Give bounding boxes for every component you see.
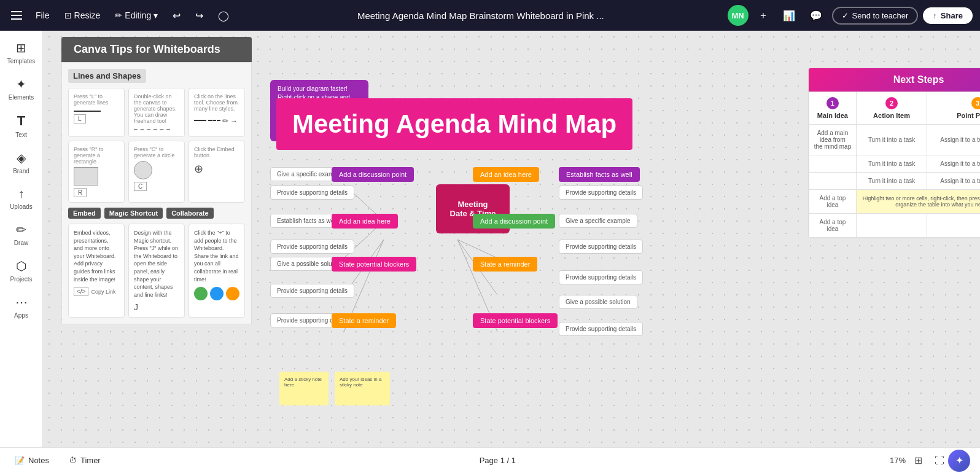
lines-shapes-label: Lines and Shapes — [68, 69, 146, 83]
resize-button[interactable]: ⊡ Resize — [60, 8, 106, 23]
fullscreen-button[interactable]: ⛶ — [931, 454, 948, 467]
bottom-left: 📝 Notes ⏱ Timer — [10, 453, 106, 467]
node-provide-details-3[interactable]: Provide supporting details — [270, 284, 354, 298]
node-add-idea-1[interactable]: Add an idea here — [332, 214, 398, 229]
projects-label: Projects — [10, 276, 32, 283]
comments-button[interactable]: 💬 — [805, 7, 827, 24]
table-row: Turn it into a task Assign it to a team … — [809, 155, 981, 173]
timer-button[interactable]: ⏱ Timer — [64, 453, 106, 467]
badge-1: 1 — [826, 97, 839, 109]
tip-card-5: Press "C" to generate a circle C — [128, 141, 185, 203]
sidebar-item-elements[interactable]: ✦ Elements — [2, 72, 41, 106]
grid-view-button[interactable]: ⊞ — [911, 453, 926, 467]
tips-grid-lines: Press "L" to generate lines L Double-cli… — [68, 88, 245, 203]
apps-icon: ⋯ — [15, 295, 28, 310]
badge-2: 2 — [885, 97, 898, 109]
templates-label: Templates — [7, 58, 36, 64]
bottom-right: 17% ⊞ ⛶ — [890, 453, 948, 467]
tips-content: Lines and Shapes Press "L" to generate l… — [61, 62, 252, 324]
node-give-example-right[interactable]: Give a specific example — [559, 214, 637, 228]
node-state-blockers-right-1[interactable]: State potential blockers — [473, 313, 558, 328]
text-icon: T — [17, 113, 25, 129]
sidebar-item-uploads[interactable]: ↑ Uploads — [2, 182, 41, 215]
node-provide-right-3[interactable]: Provide supporting details — [559, 270, 643, 284]
toolbar: File ⊡ Resize ✏ Editing ▾ ↩ ↪ ◯ Meeting … — [0, 0, 980, 31]
analytics-button[interactable]: 📊 — [778, 7, 800, 24]
sticky-note-2[interactable]: Add your ideas in a sticky note — [335, 372, 390, 405]
node-provide-right-2[interactable]: Provide supporting details — [559, 240, 643, 254]
notes-button[interactable]: 📝 Notes — [10, 453, 54, 467]
sidebar-item-draw[interactable]: ✏ Draw — [2, 217, 41, 251]
zoom-level: 17% — [890, 456, 906, 465]
collaborate-tag: Collaborate — [166, 208, 214, 219]
editing-button[interactable]: ✏ Editing ▾ — [110, 8, 163, 23]
share-icon: ↑ — [933, 11, 937, 20]
tip-magic: Design with the Magic shortcut. Press "J… — [128, 224, 185, 318]
next-steps-panel: Next Steps 1 Main Idea 2 Action Item — [808, 68, 980, 238]
toolbar-center: Meeting Agenda Mind Map Brainstorm White… — [239, 10, 722, 21]
check-icon: ✓ — [842, 11, 849, 20]
toolbar-right: MN ＋ 📊 💬 ✓ Send to teacher ↑ Share — [728, 5, 973, 26]
node-give-solution-right[interactable]: Give a possible solution — [559, 295, 637, 309]
node-add-idea-right-1[interactable]: Add an idea here — [473, 167, 539, 182]
toolbar-left: File ⊡ Resize ✏ Editing ▾ ↩ ↪ ◯ — [7, 7, 234, 24]
node-add-discussion-right-1[interactable]: Add a discussion point — [473, 214, 555, 229]
page-info: Page 1 / 1 — [480, 456, 516, 465]
tips-grid-2: Embed videos, presentations, and more on… — [68, 224, 245, 318]
sticky-note-1[interactable]: Add a sticky note here — [279, 372, 329, 405]
magic-assistant-button[interactable]: ✦ — [948, 450, 970, 472]
mind-map-title-box[interactable]: Meeting Agenda Mind Map — [276, 98, 632, 150]
elements-label: Elements — [9, 94, 34, 101]
brand-icon: ◈ — [17, 150, 26, 165]
table-row: Add a main idea fromthe mind map Turn it… — [809, 125, 981, 155]
menu-button[interactable] — [7, 7, 26, 23]
node-provide-details-1[interactable]: Provide supporting details — [270, 186, 354, 200]
timer-icon: ⏱ — [69, 456, 77, 465]
brand-label: Brand — [13, 168, 29, 174]
tip-card-4: Press "R" to generate a rectangle R — [68, 141, 125, 203]
col-main-idea: 1 Main Idea — [809, 92, 857, 125]
elements-icon: ✦ — [16, 77, 26, 92]
uploads-label: Uploads — [10, 203, 33, 210]
node-state-reminder-1[interactable]: State a reminder — [332, 313, 396, 328]
sidebar-item-apps[interactable]: ⋯ Apps — [2, 290, 41, 324]
node-establish-right[interactable]: Establish facts as well — [559, 167, 640, 182]
sidebar-item-brand[interactable]: ◈ Brand — [2, 146, 41, 179]
node-add-discussion-1[interactable]: Add a discussion point — [332, 167, 414, 182]
notes-icon: 📝 — [15, 456, 25, 465]
node-provide-right-1[interactable]: Provide supporting details — [559, 186, 643, 200]
badge-3: 3 — [971, 97, 980, 109]
canvas-area[interactable]: Canva Tips for Whiteboards Lines and Sha… — [43, 31, 980, 447]
sidebar: ⊞ Templates ✦ Elements T Text ◈ Brand ↑ … — [0, 31, 43, 447]
projects-icon: ⬡ — [16, 259, 26, 273]
text-label: Text — [15, 131, 26, 138]
uploads-icon: ↑ — [18, 187, 25, 201]
resize-icon: ⊡ — [64, 10, 72, 20]
table-row: Add a top idea — [809, 214, 981, 238]
tip-embed: Embed videos, presentations, and more on… — [68, 224, 125, 318]
svg-line-7 — [457, 240, 497, 258]
file-button[interactable]: File — [31, 8, 55, 23]
sidebar-item-text[interactable]: T Text — [2, 108, 41, 143]
sidebar-item-templates[interactable]: ⊞ Templates — [2, 36, 41, 69]
next-steps-table: 1 Main Idea 2 Action Item 3 Point Person — [809, 92, 980, 238]
table-row: Add a top idea Highlight two or more cel… — [809, 190, 981, 214]
main-area: ⊞ Templates ✦ Elements T Text ◈ Brand ↑ … — [0, 31, 980, 447]
send-to-teacher-button[interactable]: ✓ Send to teacher — [832, 7, 919, 25]
tip-collab: Click the "+" to add people to the White… — [189, 224, 245, 318]
node-provide-right-4[interactable]: Provide supporting details — [559, 322, 643, 336]
undo-button[interactable]: ↩ — [168, 7, 185, 24]
sidebar-item-projects[interactable]: ⬡ Projects — [2, 254, 41, 287]
draw-icon: ✏ — [16, 222, 26, 237]
share-button[interactable]: ↑ Share — [923, 7, 973, 24]
node-state-reminder-right-1[interactable]: State a reminder — [473, 257, 537, 272]
chevron-down-icon: ▾ — [154, 10, 158, 20]
redo-button[interactable]: ↪ — [190, 7, 208, 24]
node-provide-details-2[interactable]: Provide supporting details — [270, 240, 354, 254]
node-state-blockers-1[interactable]: State potential blockers — [332, 257, 416, 272]
add-collaborator-button[interactable]: ＋ — [753, 7, 773, 25]
col-action-item: 2 Action Item — [856, 92, 927, 125]
magic-star-icon: ✦ — [955, 455, 963, 466]
pencil-icon: ✏ — [115, 10, 122, 20]
document-title: Meeting Agenda Mind Map Brainstorm White… — [357, 10, 604, 21]
